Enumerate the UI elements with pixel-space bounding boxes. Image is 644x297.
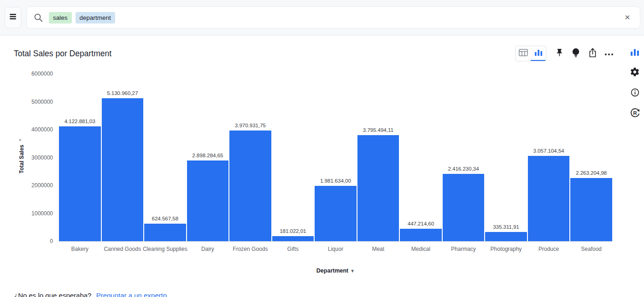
- bar-medical[interactable]: [400, 229, 442, 241]
- category-label: Medical: [398, 246, 444, 253]
- category-label: Liquor: [312, 246, 359, 253]
- category-label: Bakery: [57, 246, 103, 253]
- category-label: Cleaning Supplies: [142, 246, 188, 253]
- category-label: Produce: [526, 246, 572, 253]
- page-title: Total Sales por Department: [14, 49, 111, 59]
- y-tick-label: 0: [50, 238, 53, 244]
- bar-slot: 447.214,60Medical: [399, 74, 442, 241]
- data-stack-icon: [9, 12, 17, 23]
- chart-type-button[interactable]: [627, 45, 642, 60]
- bar-value-label: 624.567,58: [152, 216, 179, 221]
- more-options-button[interactable]: [601, 46, 617, 61]
- bar-cleaning-supplies[interactable]: [144, 224, 186, 241]
- category-label: Frozen Goods: [227, 246, 274, 253]
- table-view-icon: [519, 49, 528, 58]
- search-token-department[interactable]: department: [76, 12, 115, 24]
- category-label: Photography: [483, 246, 529, 253]
- bar-slot: 335.311,91Photography: [485, 74, 527, 241]
- pin-button[interactable]: [551, 46, 568, 61]
- bar-slot: 2.898.284,65Dairy: [187, 74, 229, 241]
- x-axis-line: [59, 241, 613, 242]
- y-axis-sort-caret-icon: ▸: [19, 137, 22, 142]
- search-token-sales[interactable]: sales: [49, 12, 72, 24]
- bar-value-label: 3.795.494,11: [363, 127, 393, 133]
- search-icon: [33, 12, 43, 23]
- category-label: Gifts: [270, 246, 316, 253]
- bar-chart: 4.122.881,03Bakery5.130.960,27Canned Goo…: [59, 74, 613, 241]
- bar-seafood[interactable]: [570, 178, 612, 241]
- bar-gifts[interactable]: [272, 236, 314, 241]
- bar-value-label: 3.057.104,54: [533, 148, 564, 154]
- search-bar[interactable]: sales department ✕: [26, 6, 640, 29]
- bar-slot: 181.022,01Gifts: [272, 74, 315, 241]
- bar-value-label: 1.981.634,00: [320, 178, 351, 184]
- bar-slot: 3.057.104,54Produce: [527, 74, 570, 241]
- share-icon: [588, 48, 597, 60]
- bar-slot: 1.981.634,00Liquor: [314, 74, 357, 241]
- footer: ¿No es lo que esperaba? Preguntar a un e…: [14, 291, 167, 297]
- y-tick-label: 4000000: [31, 126, 53, 133]
- footer-question-text: ¿No es lo que esperaba?: [14, 291, 91, 297]
- answer-page: sales department ✕ Total Sales por Depar…: [0, 0, 644, 297]
- bar-canned-goods[interactable]: [102, 98, 144, 241]
- bar-pharmacy[interactable]: [443, 174, 485, 241]
- chart-view-button[interactable]: [531, 46, 546, 61]
- bar-slot: 2.416.230,34Pharmacy: [442, 74, 485, 241]
- x-axis-label-text: Department: [316, 267, 348, 274]
- bar-slot: 5.130.960,27Canned Goods: [101, 74, 144, 241]
- bar-value-label: 2.416.230,34: [448, 166, 479, 172]
- svg-text:R: R: [633, 110, 637, 115]
- bar-meat[interactable]: [357, 135, 399, 241]
- table-view-button[interactable]: [515, 46, 531, 61]
- settings-button[interactable]: [627, 65, 642, 80]
- bar-value-label: 4.122.881,03: [64, 119, 95, 124]
- bar-value-label: 3.970.931,75: [235, 123, 266, 128]
- bar-value-label: 181.022,01: [280, 228, 306, 234]
- x-axis-label[interactable]: Department▼: [59, 267, 613, 274]
- y-tick-label: 1000000: [31, 210, 53, 217]
- info-icon: [630, 88, 640, 99]
- bar-value-label: 2.263.204,98: [576, 170, 607, 176]
- pin-icon: [555, 48, 564, 59]
- y-tick-label: 2000000: [31, 182, 53, 189]
- chart-view-icon: [534, 48, 543, 58]
- category-label: Dairy: [185, 246, 231, 253]
- category-label: Seafood: [568, 246, 615, 253]
- y-tick-label: 3000000: [31, 154, 53, 161]
- y-axis-label[interactable]: Total Sales: [18, 145, 25, 173]
- insights-button[interactable]: [568, 46, 584, 61]
- data-panel-toggle-button[interactable]: [5, 7, 21, 28]
- bar-bakery[interactable]: [59, 126, 101, 241]
- bar-photography[interactable]: [485, 232, 527, 241]
- chevron-down-icon: ▼: [350, 268, 355, 273]
- bar-produce[interactable]: [528, 156, 570, 241]
- bar-slot: 3.795.494,11Meat: [357, 74, 400, 241]
- r-analysis-button[interactable]: R: [627, 106, 642, 121]
- settings-gear-icon: [630, 67, 640, 79]
- close-icon[interactable]: ✕: [621, 12, 633, 24]
- category-label: Pharmacy: [440, 246, 487, 253]
- y-tick-label: 6000000: [31, 71, 53, 77]
- more-icon: [604, 49, 614, 58]
- top-bar: sales department ✕: [0, 0, 644, 36]
- bar-frozen-goods[interactable]: [229, 131, 271, 241]
- chart-type-icon: [630, 48, 639, 58]
- insights-bulb-icon: [571, 48, 580, 59]
- bar-slot: 3.970.931,75Frozen Goods: [229, 74, 272, 241]
- r-analysis-icon: R: [630, 107, 640, 120]
- category-label: Meat: [355, 246, 402, 253]
- bar-value-label: 5.130.960,27: [107, 90, 138, 96]
- bar-dairy[interactable]: [187, 160, 229, 241]
- bar-value-label: 335.311,91: [493, 224, 519, 230]
- bar-liquor[interactable]: [315, 186, 357, 241]
- info-button[interactable]: [627, 86, 642, 101]
- bar-slot: 624.567,58Cleaning Supplies: [144, 74, 187, 241]
- answer-toolbar: [515, 46, 617, 61]
- view-switcher: [515, 46, 546, 61]
- ask-expert-link[interactable]: Preguntar a un experto: [96, 291, 167, 297]
- bar-slot: 4.122.881,03Bakery: [59, 74, 101, 241]
- share-button[interactable]: [584, 46, 601, 61]
- bar-slot: 2.263.204,98Seafood: [570, 74, 613, 241]
- bar-value-label: 2.898.284,65: [192, 153, 223, 158]
- right-rail: R: [627, 45, 642, 126]
